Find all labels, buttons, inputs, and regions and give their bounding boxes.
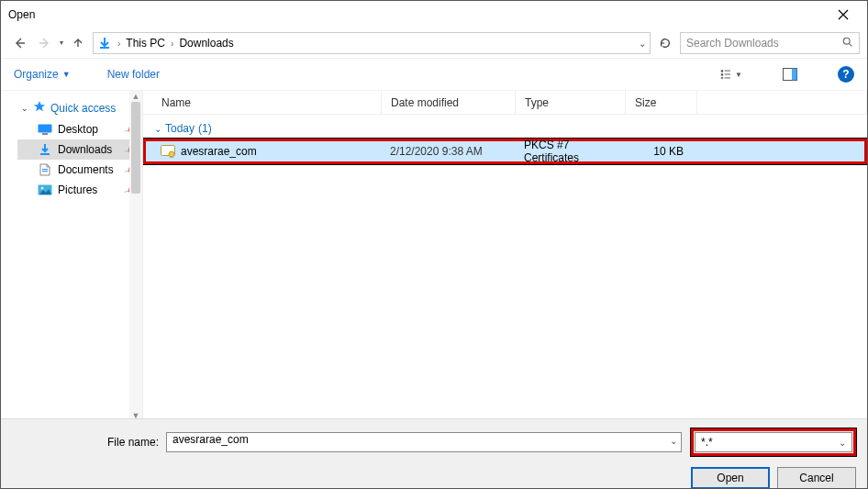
file-type: PKCS #7 Certificates [515, 139, 625, 164]
svg-rect-5 [725, 70, 730, 72]
nav-history-dropdown[interactable]: ▾ [60, 39, 63, 47]
highlight-annotation: avesrarae_com 2/12/2020 9:38 AM PKCS #7 … [143, 139, 867, 164]
desktop-icon [38, 122, 52, 137]
breadcrumb[interactable]: › This PC › Downloads ⌄ [93, 32, 651, 54]
svg-rect-14 [42, 171, 48, 172]
column-header-size[interactable]: Size [626, 91, 697, 114]
help-button[interactable]: ? [838, 66, 854, 83]
downloads-icon [38, 142, 52, 157]
certificate-icon [161, 144, 175, 159]
svg-rect-4 [721, 77, 723, 79]
close-button[interactable] [825, 1, 862, 28]
svg-rect-0 [100, 47, 109, 49]
sidebar-item-documents[interactable]: Documents 📌 [17, 160, 142, 180]
file-name: avesrarae_com [181, 145, 257, 158]
pictures-icon [38, 183, 52, 197]
svg-point-1 [843, 38, 850, 44]
documents-icon [38, 162, 52, 177]
nav-up-button[interactable] [67, 32, 89, 54]
caret-down-icon: ⌄ [154, 124, 161, 134]
window-title: Open [8, 8, 35, 21]
svg-rect-3 [721, 73, 723, 75]
sidebar-item-pictures[interactable]: Pictures 📌 [17, 180, 142, 200]
svg-rect-12 [40, 153, 50, 155]
column-header-date[interactable]: Date modified [382, 91, 516, 114]
chevron-right-icon: › [116, 39, 122, 49]
group-header-today[interactable]: ⌄ Today (1) [143, 115, 867, 139]
file-date: 2/12/2020 9:38 AM [381, 145, 515, 158]
search-placeholder: Search Downloads [686, 37, 779, 50]
search-icon [841, 36, 853, 50]
scroll-up-icon[interactable]: ▲ [129, 91, 142, 102]
svg-rect-11 [42, 133, 48, 135]
chevron-down-icon[interactable]: ⌄ [839, 438, 846, 448]
sidebar-item-downloads[interactable]: Downloads 📌 [17, 139, 142, 160]
sidebar-scrollbar[interactable]: ▲ ▼ [129, 91, 142, 421]
breadcrumb-root[interactable]: This PC [126, 37, 165, 50]
chevron-down-icon: ▼ [62, 70, 71, 79]
svg-point-18 [169, 151, 174, 157]
refresh-button[interactable] [654, 32, 676, 54]
group-count: (1) [198, 122, 212, 135]
sidebar-item-label: Pictures [58, 183, 97, 196]
quick-access-label: Quick access [50, 102, 116, 115]
filetype-filter[interactable]: *.* ⌄ [695, 432, 852, 452]
chevron-right-icon: › [169, 39, 175, 49]
open-button-label: Open [717, 472, 743, 484]
filename-value: avesrarae_com [172, 433, 249, 446]
downloads-location-icon [97, 36, 112, 50]
svg-rect-9 [792, 69, 797, 81]
chevron-down-icon: ▼ [735, 71, 742, 79]
organize-menu[interactable]: Organize ▼ [14, 68, 71, 81]
sidebar-item-label: Downloads [58, 143, 112, 156]
highlight-annotation: *.* ⌄ [691, 428, 856, 456]
new-folder-button[interactable]: New folder [107, 68, 160, 81]
breadcrumb-leaf[interactable]: Downloads [179, 37, 233, 50]
sidebar-item-quick-access[interactable]: ⌄ Quick access [17, 94, 142, 119]
cancel-button-label: Cancel [799, 472, 833, 484]
search-input[interactable]: Search Downloads [680, 32, 860, 54]
sidebar-item-label: Documents [58, 163, 114, 176]
column-header-type[interactable]: Type [516, 91, 626, 114]
column-header-name[interactable]: Name [143, 91, 382, 114]
navigation-tree: ⌄ Quick access Desktop 📌 Downloads 📌 [1, 91, 143, 421]
organize-label: Organize [14, 68, 59, 81]
svg-rect-13 [42, 169, 48, 170]
star-icon [33, 100, 46, 116]
filename-label: File name: [12, 436, 161, 449]
nav-forward-button[interactable] [34, 32, 56, 54]
nav-back-button[interactable] [8, 32, 30, 54]
file-size: 10 KB [625, 145, 693, 158]
chevron-down-icon[interactable]: ⌄ [639, 39, 646, 49]
column-headers: Name Date modified Type Size [143, 91, 867, 115]
svg-rect-2 [721, 70, 723, 72]
svg-rect-7 [725, 77, 730, 79]
svg-point-16 [41, 187, 44, 190]
open-button[interactable]: Open [691, 467, 770, 489]
cancel-button[interactable]: Cancel [777, 467, 856, 489]
filter-value: *.* [701, 436, 713, 449]
sidebar-item-label: Desktop [58, 123, 98, 136]
scroll-thumb[interactable] [131, 102, 140, 194]
group-label: Today [165, 122, 195, 135]
view-mode-button[interactable]: ▼ [720, 63, 742, 85]
svg-rect-6 [725, 73, 730, 75]
filename-input[interactable]: avesrarae_com ⌄ [166, 432, 682, 452]
chevron-down-icon[interactable]: ⌄ [670, 436, 677, 446]
caret-down-icon: ⌄ [21, 104, 28, 113]
preview-pane-button[interactable] [779, 63, 801, 85]
svg-rect-10 [39, 125, 52, 133]
sidebar-item-desktop[interactable]: Desktop 📌 [17, 119, 142, 139]
file-row[interactable]: avesrarae_com 2/12/2020 9:38 AM PKCS #7 … [146, 141, 864, 161]
